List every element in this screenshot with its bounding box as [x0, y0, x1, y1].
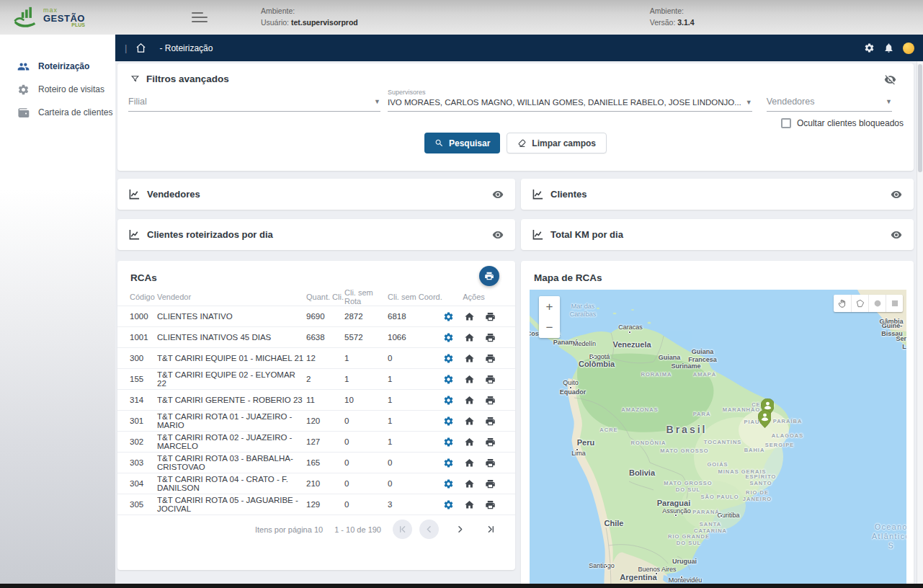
row-home-icon[interactable] — [464, 437, 475, 447]
row-home-icon[interactable] — [464, 353, 475, 364]
sidebar-item-roteiro-de-visitas[interactable]: Roteiro de visitas — [0, 78, 115, 101]
cell-codigo: 304 — [130, 479, 157, 488]
panel-visibility-toggle-icon[interactable] — [492, 189, 504, 200]
row-print-icon[interactable] — [485, 395, 496, 406]
ocultar-clientes-checkbox[interactable] — [781, 118, 791, 128]
map-draw-rectangle-icon[interactable] — [886, 295, 903, 312]
row-print-icon[interactable] — [485, 437, 496, 447]
row-home-icon[interactable] — [464, 374, 475, 385]
row-print-icon[interactable] — [485, 458, 496, 468]
table-row: 1000CLIENTES INATIVO969028726818 — [117, 306, 515, 326]
cell-cli-sem-coord: 1066 — [388, 333, 443, 342]
panel-clientes-roteirizados[interactable]: Clientes roteirizados por dia — [117, 219, 515, 250]
cell-cli-sem-coord: 3 — [388, 500, 443, 509]
filters-hide-toggle-icon[interactable] — [884, 74, 896, 86]
print-all-button[interactable] — [479, 266, 499, 286]
row-print-icon[interactable] — [485, 374, 496, 385]
settings-gear-icon[interactable] — [864, 43, 875, 53]
row-config-gear-icon[interactable] — [443, 437, 454, 447]
home-icon[interactable] — [135, 43, 146, 53]
row-config-gear-icon[interactable] — [443, 395, 454, 406]
chart-icon — [532, 189, 543, 200]
map-canvas[interactable]: Mar das CaraíbasCosta RicaPanamáCaracasM… — [530, 290, 906, 585]
cell-cli-sem-rota: 1 — [344, 354, 388, 362]
zoom-in-button[interactable]: + — [539, 296, 560, 317]
chart-icon — [129, 229, 140, 240]
supervisores-value: IVO MORAES, CARLOS MAGNO, WILLIAN GOMES,… — [388, 98, 741, 107]
row-actions — [443, 416, 504, 427]
vendedores-placeholder: Vendedores — [767, 97, 881, 107]
panel-visibility-toggle-icon[interactable] — [492, 229, 504, 241]
row-home-icon[interactable] — [464, 311, 475, 322]
rcas-title: RCAs — [130, 272, 502, 283]
cell-codigo: 1000 — [130, 312, 157, 321]
panel-clientes[interactable]: Clientes — [521, 179, 914, 210]
panel-visibility-toggle-icon[interactable] — [891, 189, 902, 200]
panel-title: Clientes — [550, 189, 587, 200]
cell-cli-sem-coord: 0 — [388, 458, 443, 467]
main-content: Filtros avançados Filial▼ Supervisores I… — [117, 63, 914, 588]
row-config-gear-icon[interactable] — [443, 311, 454, 322]
row-home-icon[interactable] — [464, 499, 475, 510]
panel-total-km[interactable]: Total KM por dia — [521, 219, 914, 250]
cell-quant-cli: 6638 — [306, 333, 344, 342]
row-print-icon[interactable] — [485, 478, 496, 489]
row-home-icon[interactable] — [464, 458, 475, 468]
rca-map-marker[interactable] — [758, 410, 772, 428]
row-print-icon[interactable] — [485, 311, 496, 322]
gear-icon — [17, 84, 30, 96]
chart-icon — [129, 189, 140, 200]
row-print-icon[interactable] — [485, 353, 496, 364]
user-avatar[interactable] — [903, 43, 914, 54]
row-home-icon[interactable] — [464, 395, 475, 406]
next-page-button[interactable] — [450, 520, 470, 539]
vendedores-select[interactable]: Vendedores▼ — [767, 97, 892, 112]
map-draw-polygon-icon[interactable] — [851, 295, 868, 312]
row-print-icon[interactable] — [485, 416, 496, 427]
row-actions — [443, 478, 504, 489]
first-page-button[interactable] — [393, 520, 412, 539]
prev-page-button[interactable] — [419, 520, 439, 539]
map-pan-hand-icon[interactable] — [834, 295, 851, 312]
sidebar-item-carteira-de-clientes[interactable]: Carteira de clientes — [0, 101, 115, 124]
cell-codigo: 305 — [130, 500, 157, 509]
supervisores-select[interactable]: Supervisores IVO MORAES, CARLOS MAGNO, W… — [388, 89, 752, 112]
breadcrumb-divider: | — [125, 43, 127, 53]
row-actions — [443, 374, 504, 385]
row-home-icon[interactable] — [464, 478, 475, 489]
pesquisar-button[interactable]: Pesquisar — [424, 133, 500, 153]
map-draw-circle-icon[interactable] — [868, 295, 886, 312]
row-config-gear-icon[interactable] — [443, 353, 454, 364]
scrollbar-thumb[interactable] — [918, 64, 922, 172]
row-config-gear-icon[interactable] — [443, 374, 454, 385]
scrollbar-track[interactable] — [917, 61, 923, 584]
sidebar-item-roteirizacao[interactable]: Roteirização — [0, 55, 115, 78]
panel-visibility-toggle-icon[interactable] — [891, 229, 902, 241]
panel-vendedores[interactable]: Vendedores — [117, 179, 515, 210]
filial-select[interactable]: Filial▼ — [128, 97, 380, 112]
cell-codigo: 303 — [130, 458, 157, 467]
row-config-gear-icon[interactable] — [443, 416, 454, 427]
row-config-gear-icon[interactable] — [443, 499, 454, 510]
row-actions — [443, 311, 504, 322]
cell-quant-cli: 12 — [306, 354, 344, 362]
zoom-out-button[interactable]: − — [539, 317, 560, 338]
row-config-gear-icon[interactable] — [443, 478, 454, 489]
cell-codigo: 302 — [130, 437, 157, 446]
row-config-gear-icon[interactable] — [443, 332, 454, 343]
limpar-campos-button[interactable]: Limpar campos — [507, 133, 607, 153]
chevron-down-icon: ▼ — [886, 98, 892, 105]
cell-quant-cli: 120 — [306, 416, 344, 425]
row-home-icon[interactable] — [464, 416, 475, 427]
row-print-icon[interactable] — [485, 499, 496, 510]
menu-toggle-icon[interactable] — [192, 12, 209, 22]
items-per-page-label[interactable]: Itens por página 10 — [255, 525, 323, 534]
cell-quant-cli: 2 — [306, 375, 344, 383]
notifications-bell-icon[interactable] — [883, 43, 894, 53]
row-print-icon[interactable] — [485, 332, 496, 343]
last-page-button[interactable] — [481, 520, 501, 539]
cell-quant-cli: 127 — [306, 437, 344, 446]
row-home-icon[interactable] — [464, 332, 475, 343]
row-config-gear-icon[interactable] — [443, 458, 454, 468]
table-row: 300T&T CARIRI EQUIPE 01 - MICHAEL 211210 — [117, 347, 515, 368]
